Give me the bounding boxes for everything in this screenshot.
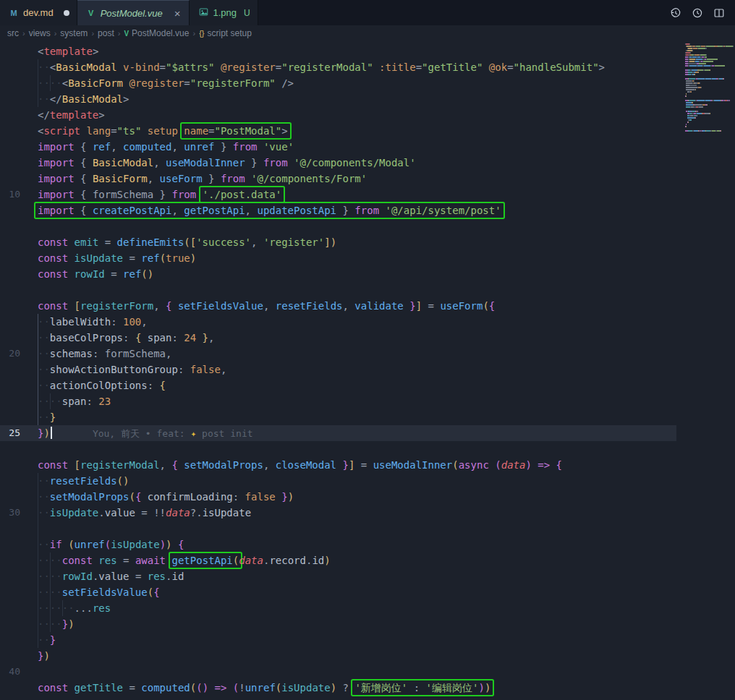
code-line-36[interactable]: ······...res (0, 600, 676, 616)
code-line-35[interactable]: ····setFieldsValue({ (0, 584, 676, 600)
line-number: 10 (0, 187, 38, 202)
code-line-8[interactable]: import { BasicModal, useModalInner } fro… (0, 155, 676, 171)
breadcrumb-file[interactable]: PostModel.vue (132, 28, 189, 38)
tab-dev-md[interactable]: Mdev.md (0, 0, 77, 25)
code-line-6[interactable]: <script lang="ts" setup name="PostModal"… (0, 123, 676, 139)
code-line-12[interactable] (0, 218, 676, 234)
code-line-32[interactable]: ··if (unref(isUpdate)) { (0, 537, 676, 552)
line-content (38, 664, 676, 680)
code-line-38[interactable]: ··} (0, 632, 676, 648)
line-number (0, 362, 38, 377)
line-content: ··} (38, 632, 676, 648)
line-content (38, 521, 676, 537)
code-line-10[interactable]: 10import { formSchema } from './post.dat… (0, 187, 676, 202)
code-line-31[interactable] (0, 521, 676, 537)
code-line-22[interactable]: ··actionColOptions: { (0, 377, 676, 393)
code-line-9[interactable]: import { BasicForm, useForm } from '@/co… (0, 171, 676, 187)
code-line-16[interactable] (0, 282, 676, 298)
line-number (0, 234, 38, 250)
line-content: ··labelWidth: 100, (38, 314, 676, 330)
indent-guide (38, 505, 38, 521)
code-line-37[interactable]: ····}) (0, 616, 676, 632)
line-number (0, 648, 38, 664)
code-line-41[interactable]: const getTitle = computed(() => (!unref(… (0, 680, 676, 696)
code-line-4[interactable]: ··</BasicModal> (0, 91, 676, 107)
line-content: ··showActionButtonGroup: false, (38, 362, 676, 377)
editor[interactable]: <template>··<BasicModal v-bind="$attrs" … (0, 41, 735, 700)
line-number (0, 330, 38, 346)
indent-guide (38, 584, 38, 600)
indent-guide (38, 75, 38, 91)
line-number (0, 298, 38, 314)
indent-guide (38, 91, 38, 107)
code-line-21[interactable]: ··showActionButtonGroup: false, (0, 362, 676, 377)
minimap[interactable] (683, 43, 735, 132)
code-line-3[interactable]: ····<BasicForm @register="registerForm" … (0, 75, 676, 91)
vue-icon: V (124, 30, 129, 38)
line-number (0, 202, 38, 218)
code-line-27[interactable]: const [registerModal, { setModalProps, c… (0, 457, 676, 473)
code-line-30[interactable]: 30··isUpdate.value = !!data?.isUpdate (0, 505, 676, 521)
image-icon (198, 7, 208, 18)
line-content: }) (38, 648, 676, 664)
tab-1-png[interactable]: 1.pngU (190, 0, 258, 25)
git-blame-annotation: You, 前天 • feat: ✦ post init (93, 428, 253, 439)
line-number (0, 107, 38, 123)
code-line-26[interactable] (0, 441, 676, 457)
history-icon[interactable] (667, 4, 684, 22)
code-line-5[interactable]: </template> (0, 107, 676, 123)
line-number: 30 (0, 505, 38, 521)
code-line-15[interactable]: const rowId = ref() (0, 266, 676, 282)
indent-guide (50, 552, 51, 568)
breadcrumb-symbol[interactable]: script setup (208, 28, 252, 38)
close-icon[interactable]: × (173, 8, 182, 19)
line-content: ····rowId.value = res.id (38, 568, 676, 584)
breadcrumb-item[interactable]: post (98, 28, 114, 38)
code-line-25[interactable]: 25})You, 前天 • feat: ✦ post init (0, 425, 676, 441)
code-line-19[interactable]: ··baseColProps: { span: 24 }, (0, 330, 676, 346)
indent-guide (50, 600, 51, 616)
code-line-23[interactable]: ····span: 23 (0, 393, 676, 409)
vue-icon: V (86, 9, 96, 17)
tab-postmodel-vue[interactable]: VPostModel.vue× (77, 0, 190, 25)
breadcrumb-item[interactable]: system (60, 28, 88, 38)
line-content: </template> (38, 107, 676, 123)
code-line-24[interactable]: ··} (0, 409, 676, 425)
split-editor-icon[interactable] (710, 4, 728, 22)
breadcrumb-separator: › (192, 29, 195, 38)
line-content: ····const res = await getPostApi(data.re… (38, 552, 676, 568)
breadcrumb-item[interactable]: src (7, 28, 19, 38)
line-number (0, 537, 38, 552)
indent-guide (38, 537, 38, 552)
line-content: import { BasicForm, useForm } from '@/co… (38, 171, 676, 187)
code-line-39[interactable]: }) (0, 648, 676, 664)
line-content: import { createPostApi, getPostApi, upda… (38, 202, 676, 218)
code-line-29[interactable]: ··setModalProps({ confirmLoading: false … (0, 489, 676, 505)
line-number (0, 584, 38, 600)
code-line-34[interactable]: ····rowId.value = res.id (0, 568, 676, 584)
line-content: ······...res (38, 600, 676, 616)
code-line-14[interactable]: const isUpdate = ref(true) (0, 250, 676, 266)
line-number (0, 266, 38, 282)
indent-guide (38, 377, 38, 393)
markdown-icon: M (9, 9, 19, 17)
breadcrumb-item[interactable]: views (29, 28, 51, 38)
line-number (0, 91, 38, 107)
code-line-13[interactable]: const emit = defineEmits(['success', 're… (0, 234, 676, 250)
code-line-1[interactable]: <template> (0, 43, 676, 59)
code-line-11[interactable]: import { createPostApi, getPostApi, upda… (0, 202, 676, 218)
code-line-2[interactable]: ··<BasicModal v-bind="$attrs" @register=… (0, 59, 676, 75)
code-line-28[interactable]: ··resetFields() (0, 473, 676, 489)
clock-icon[interactable] (689, 4, 706, 22)
code-line-20[interactable]: 20··schemas: formSchema, (0, 346, 676, 362)
code-line-7[interactable]: import { ref, computed, unref } from 'vu… (0, 139, 676, 155)
line-number (0, 489, 38, 505)
code-line-18[interactable]: ··labelWidth: 100, (0, 314, 676, 330)
indent-guide (50, 568, 51, 584)
line-content (38, 282, 676, 298)
code-line-33[interactable]: ····const res = await getPostApi(data.re… (0, 552, 676, 568)
line-content: <script lang="ts" setup name="PostModal"… (38, 123, 676, 139)
indent-guide (50, 75, 51, 91)
code-line-40[interactable]: 40 (0, 664, 676, 680)
code-line-17[interactable]: const [registerForm, { setFieldsValue, r… (0, 298, 676, 314)
